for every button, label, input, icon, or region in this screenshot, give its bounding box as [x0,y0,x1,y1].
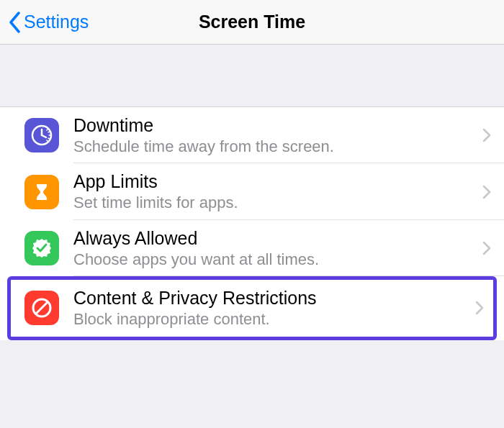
chevron-right-icon [475,301,484,315]
row-downtime[interactable]: Downtime Schedule time away from the scr… [0,107,504,163]
navigation-bar: Settings Screen Time [0,0,504,45]
hourglass-icon [24,175,59,209]
no-symbol-icon [24,291,59,325]
chevron-right-icon [482,128,491,142]
row-title: Content & Privacy Restrictions [73,287,468,309]
svg-line-4 [48,132,50,132]
row-always-allowed[interactable]: Always Allowed Choose apps you want at a… [0,220,504,276]
highlight-annotation: Content & Privacy Restrictions Block ina… [7,276,497,340]
svg-line-9 [36,302,48,314]
row-title: Downtime [73,114,475,136]
row-text: Always Allowed Choose apps you want at a… [73,227,475,269]
back-button[interactable]: Settings [0,12,89,33]
row-title: App Limits [73,170,475,192]
svg-line-6 [48,138,50,139]
settings-list: Downtime Schedule time away from the scr… [0,107,504,340]
checkmark-seal-icon [24,231,59,265]
row-content-restrictions[interactable]: Content & Privacy Restrictions Block ina… [11,280,493,336]
row-subtitle: Choose apps you want at all times. [73,250,475,269]
row-app-limits[interactable]: App Limits Set time limits for apps. [0,163,504,219]
downtime-icon [24,118,59,152]
svg-line-3 [47,129,48,131]
row-text: Downtime Schedule time away from the scr… [73,114,475,156]
row-text: Content & Privacy Restrictions Block ina… [73,287,468,329]
chevron-right-icon [482,185,491,199]
row-subtitle: Block inappropriate content. [73,310,468,329]
row-subtitle: Set time limits for apps. [73,193,475,212]
page-title: Screen Time [199,12,305,32]
row-text: App Limits Set time limits for apps. [73,170,475,212]
row-subtitle: Schedule time away from the screen. [73,137,475,156]
row-title: Always Allowed [73,227,475,249]
svg-line-7 [47,140,48,142]
chevron-right-icon [482,241,491,255]
section-spacer [0,45,504,107]
back-label: Settings [24,12,89,32]
chevron-left-icon [9,12,21,33]
svg-line-2 [42,135,46,137]
